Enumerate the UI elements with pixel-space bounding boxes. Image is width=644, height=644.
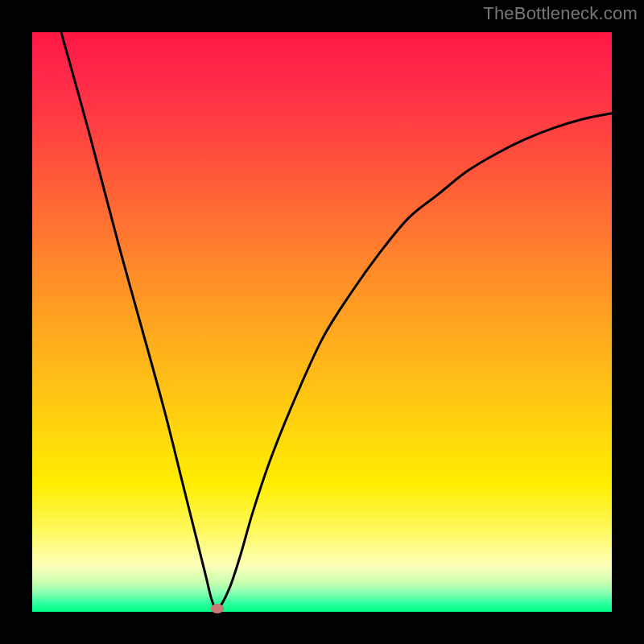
watermark-text: TheBottleneck.com	[483, 3, 638, 24]
optimal-point-marker	[211, 604, 224, 613]
bottleneck-curve	[32, 32, 612, 612]
chart-frame: TheBottleneck.com	[0, 0, 644, 644]
plot-area	[32, 32, 612, 612]
